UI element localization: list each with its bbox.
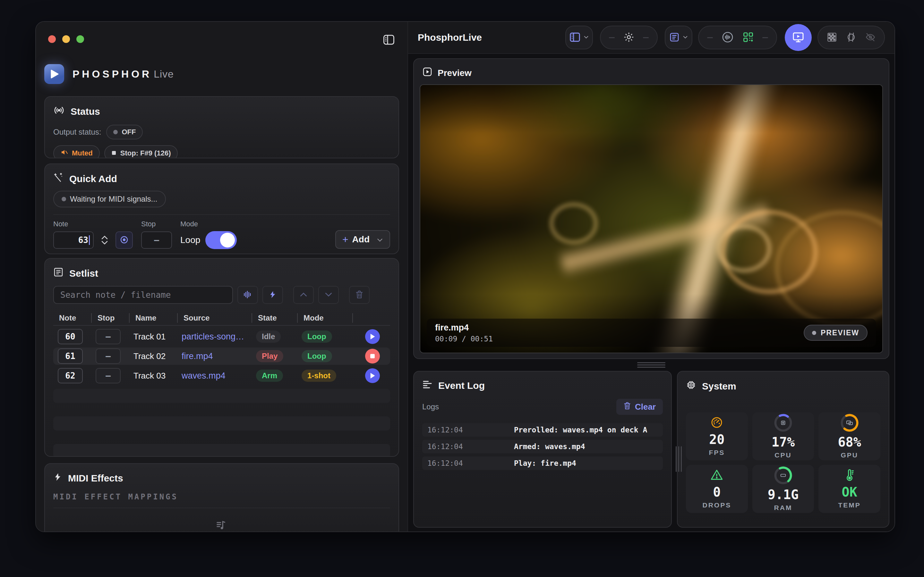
audio-circle-icon bbox=[721, 40, 734, 45]
setlist-table-header: Note Stop Name Source State Mode bbox=[53, 311, 390, 326]
zoom-window-button[interactable] bbox=[76, 35, 84, 43]
log-message: Armed: waves.mp4 bbox=[479, 442, 585, 451]
trash-icon bbox=[355, 290, 363, 300]
table-row[interactable]: 60 – Track 01 particles-song… Idle Loop bbox=[53, 328, 390, 345]
empty-setlist-row bbox=[53, 416, 390, 430]
table-row[interactable]: 62 – Track 03 waves.mp4 Arm 1-shot bbox=[53, 367, 390, 384]
output-display-button[interactable] bbox=[785, 24, 812, 51]
text-caret bbox=[89, 235, 90, 245]
chevron-down-icon bbox=[325, 292, 333, 298]
cpu-tile: 17% CPU bbox=[752, 412, 814, 460]
app-logo-icon bbox=[44, 64, 64, 84]
main-area: PhosphorLive bbox=[408, 22, 895, 532]
waiting-dot-icon bbox=[61, 197, 66, 201]
ram-ring-gauge bbox=[774, 466, 792, 485]
content-area: Preview fire.mp4 00:09 / 00:51 bbox=[408, 54, 895, 532]
waveform-button[interactable] bbox=[237, 286, 258, 304]
mode-badge: 1-shot bbox=[302, 370, 336, 382]
note-stepper[interactable] bbox=[98, 231, 111, 249]
checkerboard-icon bbox=[827, 39, 837, 44]
log-panel-button[interactable] bbox=[665, 26, 692, 49]
divider bbox=[53, 214, 390, 215]
note-label: Note bbox=[53, 220, 94, 228]
eye-off-icon bbox=[865, 39, 876, 44]
muted-badge: Muted bbox=[53, 145, 100, 158]
monitor-play-icon bbox=[792, 31, 804, 45]
row-source-link[interactable]: particles-song… bbox=[182, 332, 244, 342]
note-input[interactable]: 63 bbox=[53, 231, 94, 249]
gpu-value: 68% bbox=[838, 435, 861, 450]
temp-tile: OK TEMP bbox=[819, 465, 880, 513]
row-note-input[interactable]: 61 bbox=[58, 348, 83, 364]
sidebar-toggle-icon[interactable] bbox=[380, 32, 398, 47]
ram-icon bbox=[774, 466, 792, 485]
search-input[interactable] bbox=[53, 286, 233, 304]
preview-panel: Preview fire.mp4 00:09 / 00:51 bbox=[413, 58, 889, 359]
preview-mode-badge[interactable]: PREVIEW bbox=[804, 325, 867, 341]
close-window-button[interactable] bbox=[48, 35, 56, 43]
wand-icon bbox=[53, 172, 63, 185]
video-vignette bbox=[420, 85, 882, 353]
row-stop-input[interactable]: – bbox=[95, 368, 121, 384]
minimize-window-button[interactable] bbox=[62, 35, 70, 43]
log-lines-icon bbox=[422, 380, 433, 391]
log-entry: 16:12:04 Armed: waves.mp4 bbox=[422, 440, 663, 453]
delete-button[interactable] bbox=[349, 286, 370, 304]
gear-icon bbox=[623, 31, 635, 44]
bolt-icon bbox=[53, 472, 62, 484]
move-down-button[interactable] bbox=[318, 286, 339, 304]
midi-learn-button[interactable] bbox=[115, 231, 133, 249]
row-stop-input[interactable]: – bbox=[95, 348, 121, 364]
qr-code-button[interactable] bbox=[742, 31, 754, 44]
loop-mode-toggle[interactable] bbox=[205, 231, 237, 249]
row-source-link[interactable]: waves.mp4 bbox=[182, 371, 226, 381]
row-note-input[interactable]: 62 bbox=[58, 368, 83, 384]
col-note: Note bbox=[53, 313, 91, 323]
setlist-icon bbox=[53, 267, 63, 279]
row-stop-input[interactable]: – bbox=[95, 329, 121, 344]
layout-menu-button[interactable] bbox=[565, 26, 593, 49]
app-logo-row: PHOSPHORLive bbox=[44, 22, 399, 84]
toggle-knob bbox=[220, 233, 235, 247]
row-note-input[interactable]: 60 bbox=[58, 329, 83, 344]
log-time: 16:12:04 bbox=[427, 459, 479, 467]
move-up-button[interactable] bbox=[293, 286, 314, 304]
col-name: Name bbox=[129, 313, 177, 323]
logo-light: Live bbox=[153, 68, 174, 80]
stop-button[interactable] bbox=[365, 349, 380, 364]
stop-input[interactable]: – bbox=[141, 231, 172, 249]
bottom-panels: Event Log Logs Clear bbox=[413, 371, 889, 528]
horizontal-resize-handle[interactable] bbox=[637, 362, 666, 367]
state-badge: Arm bbox=[256, 370, 283, 382]
system-panel: System 20 FPS bbox=[677, 371, 889, 528]
setlist-card: Setlist bbox=[44, 258, 399, 457]
log-time: 16:12:04 bbox=[427, 442, 479, 451]
audio-monitor-button[interactable] bbox=[721, 31, 734, 45]
gauge-icon bbox=[710, 416, 723, 430]
checkerboard-button[interactable] bbox=[827, 32, 837, 44]
dash-decoration bbox=[609, 37, 615, 38]
midi-effects-card: MIDI Effects MIDI EFFECT MAPPINGS bbox=[44, 463, 399, 532]
safe-area-button[interactable] bbox=[846, 32, 857, 44]
bolt-icon bbox=[268, 290, 277, 300]
vertical-resize-handle[interactable] bbox=[676, 446, 682, 472]
bolt-button[interactable] bbox=[262, 286, 283, 304]
midi-effects-title: MIDI Effects bbox=[68, 473, 123, 484]
ram-label: RAM bbox=[774, 504, 792, 512]
settings-button[interactable] bbox=[600, 26, 658, 49]
status-card: Status Output status: OFF Muted bbox=[44, 96, 399, 158]
add-button[interactable]: + Add bbox=[335, 230, 390, 249]
table-row[interactable]: 61 – Track 02 fire.mp4 Play Loop bbox=[53, 348, 390, 365]
row-source-link[interactable]: fire.mp4 bbox=[182, 351, 213, 361]
toolbar: PhosphorLive bbox=[408, 22, 895, 54]
empty-setlist-row bbox=[53, 444, 390, 457]
play-button[interactable] bbox=[365, 368, 380, 383]
preview-video[interactable]: fire.mp4 00:09 / 00:51 PREVIEW bbox=[420, 84, 883, 353]
play-button[interactable] bbox=[365, 329, 380, 344]
log-message: Play: fire.mp4 bbox=[479, 459, 576, 467]
app-title: PhosphorLive bbox=[418, 32, 482, 43]
chevron-down-icon bbox=[683, 35, 688, 40]
hide-overlay-button[interactable] bbox=[865, 32, 876, 44]
log-entry: 16:12:04 Prerolled: waves.mp4 on deck A bbox=[422, 423, 663, 437]
clear-logs-button[interactable]: Clear bbox=[616, 399, 663, 415]
